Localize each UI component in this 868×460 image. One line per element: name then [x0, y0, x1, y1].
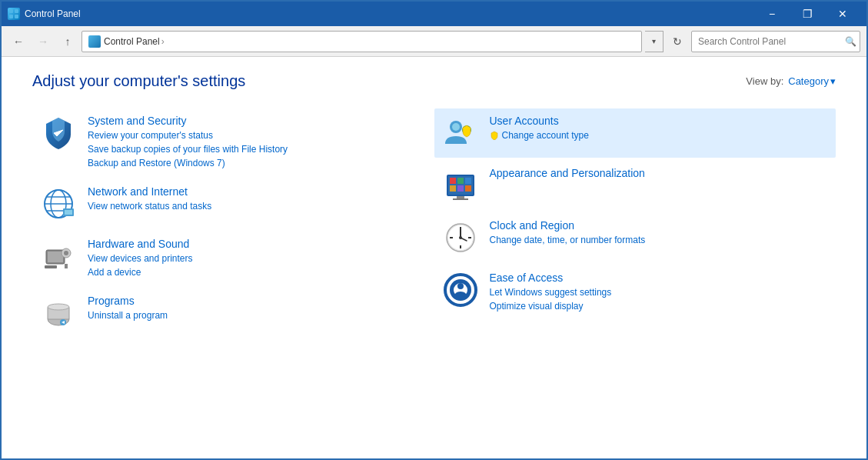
app-icon	[8, 8, 20, 20]
svg-point-44	[459, 236, 462, 239]
view-by-value[interactable]: Category ▾	[788, 75, 836, 87]
svg-rect-2	[9, 15, 13, 18]
title-bar: Control Panel − ❐ ✕	[2, 2, 866, 26]
hardware-sound-content: Hardware and Sound View devices and prin…	[88, 238, 427, 279]
clock-region-content: Clock and Region Change date, time, or n…	[490, 219, 829, 247]
programs-title[interactable]: Programs	[88, 295, 427, 307]
clock-region-title[interactable]: Clock and Region	[490, 219, 829, 232]
path-text: Control Panel	[104, 36, 160, 47]
programs-content: Programs Uninstall a program	[88, 295, 427, 322]
system-security-icon	[40, 115, 77, 152]
svg-rect-35	[453, 198, 468, 200]
search-icon: 🔍	[845, 36, 856, 47]
svg-point-23	[452, 123, 460, 131]
svg-rect-0	[9, 9, 13, 13]
ease-of-access-icon	[442, 272, 479, 308]
clock-region-icon	[442, 219, 479, 256]
system-security-link-3[interactable]: Backup and Restore (Windows 7)	[88, 156, 427, 170]
hardware-sound-link-2[interactable]: Add a device	[88, 265, 427, 279]
path-separator: ›	[161, 36, 165, 47]
svg-rect-11	[65, 210, 72, 215]
right-column: User Accounts Change account type	[434, 108, 836, 338]
svg-rect-3	[15, 15, 18, 18]
appearance-icon	[442, 167, 479, 204]
minimize-button[interactable]: −	[754, 2, 790, 26]
network-internet-content: Network and Internet View network status…	[88, 185, 427, 213]
hardware-sound-title[interactable]: Hardware and Sound	[88, 238, 427, 250]
appearance-content: Appearance and Personalization	[490, 167, 829, 181]
shield-badge-icon	[490, 131, 499, 140]
categories-grid: System and Security Review your computer…	[32, 108, 836, 338]
window-title: Control Panel	[25, 8, 754, 19]
ease-of-access-link-1[interactable]: Let Windows suggest settings	[490, 285, 829, 299]
left-column: System and Security Review your computer…	[32, 108, 434, 338]
category-ease-of-access[interactable]: Ease of Access Let Windows suggest setti…	[434, 265, 836, 319]
category-hardware-sound[interactable]: Hardware and Sound View devices and prin…	[32, 232, 434, 285]
page-title: Adjust your computer's settings	[32, 72, 245, 90]
main-content: Adjust your computer's settings View by:…	[2, 57, 866, 460]
address-dropdown[interactable]: ▾	[645, 31, 663, 52]
user-accounts-title[interactable]: User Accounts	[490, 115, 829, 127]
category-appearance[interactable]: Appearance and Personalization	[434, 161, 836, 210]
programs-link-1[interactable]: Uninstall a program	[88, 308, 427, 322]
up-button[interactable]: ↑	[57, 31, 78, 52]
svg-rect-28	[450, 178, 456, 184]
svg-rect-32	[457, 185, 464, 192]
ease-of-access-title[interactable]: Ease of Access	[490, 272, 829, 284]
dropdown-icon: ▾	[652, 37, 656, 45]
svg-rect-17	[45, 265, 57, 268]
svg-rect-34	[457, 196, 464, 198]
svg-rect-13	[48, 252, 63, 262]
back-button[interactable]: ←	[8, 31, 29, 52]
svg-rect-29	[457, 178, 464, 184]
system-security-content: System and Security Review your computer…	[88, 115, 427, 170]
network-internet-icon	[40, 185, 77, 222]
header-row: Adjust your computer's settings View by:…	[32, 72, 836, 90]
svg-point-20	[48, 304, 69, 310]
svg-point-15	[64, 251, 68, 255]
user-accounts-link-1[interactable]: Change account type	[502, 128, 589, 142]
category-programs[interactable]: Programs Uninstall a program	[32, 288, 434, 338]
hardware-sound-link-1[interactable]: View devices and printers	[88, 252, 427, 265]
category-system-security[interactable]: System and Security Review your computer…	[32, 108, 434, 176]
svg-rect-1	[15, 9, 18, 13]
ease-of-access-link-2[interactable]: Optimize visual display	[490, 299, 829, 313]
system-security-link-2[interactable]: Save backup copies of your files with Fi…	[88, 142, 427, 156]
system-security-title[interactable]: System and Security	[88, 115, 427, 127]
refresh-button[interactable]: ↻	[667, 31, 688, 52]
window-controls: − ❐ ✕	[754, 2, 860, 26]
view-by-label: View by:	[746, 75, 783, 87]
svg-rect-31	[450, 185, 456, 192]
search-box[interactable]: 🔍	[691, 31, 860, 52]
category-clock-region[interactable]: Clock and Region Change date, time, or n…	[434, 213, 836, 262]
close-button[interactable]: ✕	[825, 2, 860, 26]
view-by-dropdown-icon: ▾	[830, 75, 836, 87]
address-path[interactable]: Control Panel ›	[81, 31, 642, 52]
ease-of-access-content: Ease of Access Let Windows suggest setti…	[490, 272, 829, 313]
svg-rect-33	[465, 185, 471, 192]
hardware-sound-icon	[40, 238, 77, 275]
clock-region-link-1[interactable]: Change date, time, or number formats	[490, 233, 829, 247]
svg-rect-30	[465, 178, 471, 184]
system-security-link-1[interactable]: Review your computer's status	[88, 128, 427, 142]
network-internet-link-1[interactable]: View network status and tasks	[88, 199, 427, 213]
view-by-control[interactable]: View by: Category ▾	[746, 75, 836, 87]
forward-button[interactable]: →	[32, 31, 54, 52]
user-accounts-content: User Accounts Change account type	[490, 115, 829, 142]
category-network-internet[interactable]: Network and Internet View network status…	[32, 179, 434, 228]
network-internet-title[interactable]: Network and Internet	[88, 185, 427, 198]
restore-button[interactable]: ❐	[790, 2, 825, 26]
appearance-title[interactable]: Appearance and Personalization	[490, 167, 829, 179]
category-user-accounts[interactable]: User Accounts Change account type	[434, 108, 836, 158]
search-input[interactable]	[698, 36, 845, 47]
path-icon	[88, 35, 101, 48]
svg-rect-16	[65, 264, 68, 268]
svg-point-48	[457, 283, 464, 289]
address-bar: ← → ↑ Control Panel › ▾ ↻ 🔍	[2, 26, 866, 57]
user-accounts-icon	[442, 115, 479, 152]
programs-icon	[40, 295, 77, 332]
